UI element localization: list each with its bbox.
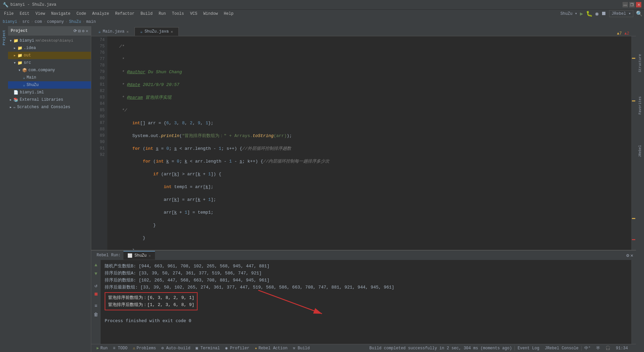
tree-item-shuzu-java[interactable]: ☕ ShuZu [8, 81, 91, 89]
run-button[interactable]: ▶ [580, 10, 583, 17]
nav-bar: bianyi › src › com › company › ShuZu › m… [0, 17, 644, 26]
nav-item-main[interactable]: main [86, 19, 96, 24]
menu-run[interactable]: Run [156, 11, 169, 17]
menu-view[interactable]: View [33, 11, 48, 17]
nav-item-shuzu[interactable]: ShuZu [69, 19, 81, 24]
close-button[interactable]: ✕ [636, 2, 641, 7]
menu-window[interactable]: Window [201, 11, 220, 17]
console-tab-shuzu[interactable]: ⬜ ShuZu ✕ [123, 251, 155, 260]
coverage-button[interactable]: ◉ [595, 10, 599, 17]
error-count: ▲2 [625, 31, 629, 36]
console-rerun-btn[interactable]: ↺ [92, 282, 100, 289]
console-close-btn[interactable]: ✕ [631, 253, 633, 258]
menu-navigate[interactable]: Navigate [48, 11, 73, 17]
console-down-btn[interactable]: ▼ [92, 270, 100, 277]
menu-file[interactable]: File [1, 11, 16, 17]
project-icon[interactable]: Project [1, 28, 7, 48]
bottom-toolbar: ⚙ ✕ [626, 253, 633, 258]
status-run[interactable]: ▶ Run [94, 346, 110, 351]
right-icon-bar: Structure Favorites JRebel [636, 26, 644, 352]
minimize-button[interactable]: — [623, 2, 628, 7]
project-sync-btn[interactable]: ⟳ [73, 29, 77, 34]
run-config-selector[interactable]: ShuZu ▾ [560, 11, 577, 16]
maximize-button[interactable]: ❐ [629, 2, 635, 7]
nav-item-com[interactable]: com [35, 19, 42, 24]
app-icon: 🔧 [3, 2, 8, 8]
tree-item-main-java[interactable]: ☕ Main [8, 74, 91, 81]
console-up-btn[interactable]: ▲ [92, 261, 100, 269]
console-line-2: 排序后的数组A: [33, 39, 50, 274, 361, 377, 519… [105, 270, 627, 277]
menu-refactor[interactable]: Refactor [112, 11, 137, 17]
status-terminal[interactable]: ▣ Terminal [193, 346, 222, 351]
left-icon-bar: Project [0, 26, 8, 352]
menu-code[interactable]: Code [74, 11, 89, 17]
console-left-bar: ▲ ▼ ↺ ⏹ ≡ 🗑 [91, 260, 101, 344]
tree-item-scratches[interactable]: ▸ ✏ Scratches and Consoles [8, 103, 91, 111]
status-auto-build[interactable]: ⚙ Auto-build [159, 346, 193, 351]
status-todo[interactable]: ≡ TODO [110, 346, 130, 351]
status-hanger[interactable]: 🎧 [603, 346, 613, 351]
nav-item-src[interactable]: src [22, 19, 30, 24]
tree-item-bianyi-iml[interactable]: 📄 bianyi.iml [8, 89, 91, 96]
title-bar-controls[interactable]: — ❐ ✕ [623, 2, 641, 7]
project-header: Project ⟳ ⊟ ⚙ ✕ [8, 26, 91, 36]
menu-analyze[interactable]: Analyze [90, 11, 112, 17]
status-problems[interactable]: ⚠ Problems [130, 346, 159, 351]
console-area: ▲ ▼ ↺ ⏹ ≡ 🗑 随机产生数组B: [944, 663, 961, 708… [91, 260, 636, 344]
tree-item-bianyi[interactable]: ▾ 📁 bianyi HA\Desktop\bianyi [8, 37, 91, 44]
code-editor: 74 75 76 77 78 79 80 81 82 83 84 85 86 8… [91, 36, 636, 250]
structure-panel-icon[interactable]: Structure [637, 53, 643, 73]
status-encoding[interactable]: 中° [582, 345, 593, 351]
console-tab-close[interactable]: ✕ [149, 254, 151, 258]
status-event-log[interactable]: Event Log [515, 346, 542, 351]
project-title: Project [11, 29, 28, 33]
tree-item-src[interactable]: ▾ 📁 src [8, 59, 91, 67]
code-content[interactable]: /* * * @author Du Shun Chang * @date 202… [107, 36, 631, 250]
status-profiler[interactable]: ◉ Profiler [222, 346, 252, 351]
debug-button[interactable]: 🐛 [586, 10, 593, 17]
menu-tools[interactable]: Tools [169, 11, 187, 17]
console-stop-btn[interactable]: ⏹ [92, 291, 100, 298]
stop-button[interactable]: ⏹ [601, 10, 606, 17]
status-build[interactable]: ⚒ Build [290, 346, 312, 351]
tab-main-java[interactable]: ☕ Main.java ✕ [93, 27, 135, 36]
tree-item-external-libs[interactable]: ▸ 📚 External Libraries [8, 96, 91, 103]
menu-vcs[interactable]: VCS [187, 11, 200, 17]
menu-bar: File Edit View Navigate Code Analyze Ref… [0, 9, 644, 17]
nav-item-company[interactable]: company [47, 19, 64, 24]
tab-close-shuzu[interactable]: ✕ [171, 30, 173, 34]
line-number-gutter: 74 75 76 77 78 79 80 81 82 83 84 85 86 8… [91, 36, 107, 250]
console-line-3: 排序后的数组B: [102, 265, 447, 568, 663, 708, … [105, 277, 627, 284]
status-line-col: 91:34 [613, 346, 633, 351]
tree-item-out[interactable]: ▸ 📁 out [8, 52, 91, 59]
search-everywhere-button[interactable]: 🔍 [636, 10, 643, 17]
console-fold-btn[interactable]: ≡ [92, 302, 100, 310]
menu-help[interactable]: Help [221, 11, 236, 17]
tab-icon-main: ☕ [98, 29, 101, 34]
tab-close-main[interactable]: ✕ [126, 30, 129, 34]
nav-item-bianyi[interactable]: bianyi [3, 19, 17, 24]
bottom-panel: Rebel Run: ⬜ ShuZu ✕ ⚙ ✕ ▲ ▼ [91, 250, 636, 344]
console-tab-icon: ⬜ [127, 253, 132, 258]
status-rebel-action[interactable]: ★ Rebel Action [252, 346, 290, 351]
project-close-btn[interactable]: ✕ [86, 29, 88, 34]
jrebel-button[interactable]: JRebel ▾ [609, 10, 633, 17]
console-settings-btn[interactable]: ⚙ [626, 253, 629, 258]
status-line-separator[interactable]: 半 [593, 345, 603, 351]
status-bar: ▶ Run ≡ TODO ⚠ Problems ⚙ Auto-build ▣ T… [91, 344, 636, 352]
tab-icon-shuzu: ☕ [140, 29, 143, 34]
editor-tabs: ☕ Main.java ✕ ☕ ShuZu.java ✕ ▲7 ▲2 [91, 26, 636, 36]
project-collapse-btn[interactable]: ⊟ [78, 29, 80, 34]
menu-edit[interactable]: Edit [17, 11, 32, 17]
status-jrebel-console[interactable]: JRebel Console [542, 346, 581, 351]
tree-item-idea[interactable]: ▸ 📁 .idea [8, 44, 91, 52]
project-settings-btn[interactable]: ⚙ [82, 29, 85, 34]
tab-shuzu-java[interactable]: ☕ ShuZu.java ✕ [135, 27, 179, 36]
jrebel-panel-icon[interactable]: JRebel [637, 144, 643, 158]
highlighted-output: 冒泡排序前数组为：[6, 3, 8, 2, 9, 1] 冒泡排序后数组为：[1,… [105, 292, 198, 310]
console-clear-btn[interactable]: 🗑 [92, 311, 100, 318]
favorites-panel-icon[interactable]: Favorites [637, 95, 643, 116]
menu-build[interactable]: Build [138, 11, 155, 17]
svg-line-1 [258, 290, 322, 314]
tree-item-com-company[interactable]: ▾ 📦 com.company [8, 67, 91, 74]
